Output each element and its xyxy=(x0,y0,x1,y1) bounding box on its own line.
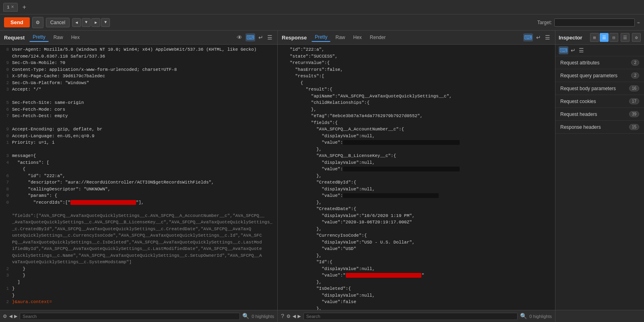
inspector-view-btn-1[interactable]: ⊞ xyxy=(590,33,599,42)
inspector-item-label-0: Request attributes xyxy=(560,60,599,66)
response-panel-header: Response Pretty Raw Hex Render ⌨ ↵ ☰ xyxy=(278,31,555,45)
bottom-forward-icon-left[interactable]: ▶ xyxy=(14,313,17,320)
bottom-nav-left: ◀ ▶ xyxy=(9,313,17,320)
response-title: Response xyxy=(282,35,307,41)
tab-add-button[interactable]: + xyxy=(20,3,29,12)
inspector-item-query-params[interactable]: Request query parameters 2 xyxy=(555,69,644,82)
request-tab-pretty[interactable]: Pretty xyxy=(29,33,48,42)
request-tab-raw[interactable]: Raw xyxy=(50,33,66,41)
inspector-item-badge-3: 17 xyxy=(629,98,639,104)
inspector-item-response-headers[interactable]: Response headers 15 xyxy=(555,121,644,134)
request-tab-hex[interactable]: Hex xyxy=(68,33,83,41)
response-wrap-icon[interactable]: ⌨ xyxy=(523,33,533,41)
response-tab-render[interactable]: Render xyxy=(367,33,389,41)
response-tab-hex[interactable]: Hex xyxy=(350,33,365,41)
inspector-secondary-toolbar: ⌨ ↵ ☰ xyxy=(555,45,644,56)
response-bottom-bar: ? ⚙ ◀ ▶ 🔍 0 highlights xyxy=(278,310,555,322)
inspector-item-label-5: Response headers xyxy=(560,124,601,130)
inspector-list-btn[interactable]: ☰ xyxy=(621,33,630,42)
inspector-settings-btn[interactable]: ⚙ xyxy=(632,33,641,42)
request-toolbar-icons: 👁 ⌨ ↵ ☰ xyxy=(236,33,273,41)
inspector-item-badge-0: 2 xyxy=(631,60,639,66)
nav-next-dropdown[interactable]: ▼ xyxy=(101,18,110,27)
tab-1-label: 1 xyxy=(7,5,10,10)
bottom-help-icon-right[interactable]: ? xyxy=(281,313,284,320)
inspector-item-badge-5: 15 xyxy=(629,124,639,130)
nav-prev-button[interactable]: ◀ xyxy=(72,18,81,27)
request-wrap-icon[interactable]: ⌨ xyxy=(246,33,255,41)
gear-button[interactable]: ⚙ xyxy=(32,17,43,28)
inspector-view-btn-2[interactable]: ☰ xyxy=(600,33,609,42)
request-bottom-bar: ⚙ ◀ ▶ 🔍 0 highlights xyxy=(0,310,278,322)
inspector-item-request-headers[interactable]: Request headers 39 xyxy=(555,108,644,121)
search-icon-right[interactable]: 🔍 xyxy=(520,313,527,320)
inspector-item-label-1: Request query parameters xyxy=(560,73,617,78)
target-label: Target: xyxy=(537,20,552,25)
response-toolbar-icons: ⌨ ↵ ☰ xyxy=(523,33,551,41)
target-input[interactable] xyxy=(554,19,635,27)
inspector-item-body-params[interactable]: Request body parameters 16 xyxy=(555,82,644,95)
inspector-item-label-2: Request body parameters xyxy=(560,86,616,91)
main-area: Request Pretty Raw Hex 👁 ⌨ ↵ ☰ 8User-Age… xyxy=(0,31,644,310)
response-search-input[interactable] xyxy=(303,313,518,320)
inspector-toolbar: Inspector ⊞ ☰ ⊟ ☰ ⚙ xyxy=(555,31,644,45)
request-panel-header: Request Pretty Raw Hex 👁 ⌨ ↵ ☰ xyxy=(0,31,277,45)
send-button[interactable]: Send xyxy=(4,17,30,27)
request-menu-icon[interactable]: ☰ xyxy=(266,33,273,41)
request-panel: Request Pretty Raw Hex 👁 ⌨ ↵ ☰ 8User-Age… xyxy=(0,31,278,310)
bottom-settings-icon-right[interactable]: ⚙ xyxy=(287,313,290,320)
inspector-ln-icon[interactable]: ↵ xyxy=(570,46,576,54)
bottom-nav-right: ◀ ▶ xyxy=(293,313,301,320)
request-code-area[interactable]: 8User-Agent: Mozilla/5.0 (Windows NT 10.… xyxy=(0,45,277,310)
tab-1-close[interactable]: × xyxy=(11,4,14,10)
nav-next-button[interactable]: ▶ xyxy=(91,18,100,27)
toolbar: Send ⚙ Cancel ◀ ▼ ▶ ▼ Target: ✏ xyxy=(0,14,644,31)
response-code-area[interactable]: "id":"222:a", "state":"SUCCESS", "return… xyxy=(278,45,555,310)
cancel-button[interactable]: Cancel xyxy=(46,18,70,27)
request-title: Request xyxy=(4,35,25,41)
response-panel: Response Pretty Raw Hex Render ⌨ ↵ ☰ "id… xyxy=(278,31,555,310)
tab-1[interactable]: 1 × xyxy=(3,3,18,12)
bottom-forward-icon-right[interactable]: ▶ xyxy=(297,313,301,320)
bottom-back-icon-left[interactable]: ◀ xyxy=(9,313,12,320)
bottom-bars: ⚙ ◀ ▶ 🔍 0 highlights ? ⚙ ◀ ▶ 🔍 0 highlig… xyxy=(0,310,644,322)
inspector-view-btn-3[interactable]: ⊟ xyxy=(609,33,618,42)
search-icon-left[interactable]: 🔍 xyxy=(242,313,249,320)
bottom-settings-icon-left[interactable]: ⚙ xyxy=(3,313,6,320)
request-eye-icon[interactable]: 👁 xyxy=(236,33,243,41)
inspector-item-cookies[interactable]: Request cookies 17 xyxy=(555,95,644,108)
request-ln-icon[interactable]: ↵ xyxy=(258,33,264,41)
request-search-input[interactable] xyxy=(20,313,240,320)
response-ln-icon[interactable]: ↵ xyxy=(535,33,542,41)
inspector-title: Inspector xyxy=(559,35,588,41)
inspector-item-label-4: Request headers xyxy=(560,111,597,117)
bottom-back-icon-right[interactable]: ◀ xyxy=(293,313,296,320)
inspector-item-badge-2: 16 xyxy=(629,85,639,91)
inspector-item-badge-1: 2 xyxy=(631,72,639,78)
response-tab-pretty[interactable]: Pretty xyxy=(312,33,330,42)
inspector-wrap-icon[interactable]: ⌨ xyxy=(559,46,568,54)
inspector-items-list: Request attributes 2 Request query param… xyxy=(555,56,644,310)
nav-prev-dropdown[interactable]: ▼ xyxy=(82,18,91,27)
request-highlights-count: 0 highlights xyxy=(252,314,274,319)
tab-bar: 1 × + xyxy=(0,0,644,14)
inspector-view-toggle: ⊞ ☰ ⊟ xyxy=(590,33,618,42)
inspector-item-request-attributes[interactable]: Request attributes 2 xyxy=(555,56,644,69)
inspector-item-label-3: Request cookies xyxy=(560,99,596,104)
target-edit-icon[interactable]: ✏ xyxy=(637,20,640,25)
inspector-item-badge-4: 39 xyxy=(629,111,639,117)
inspector-menu-icon[interactable]: ☰ xyxy=(578,46,585,54)
response-highlights-count: 0 highlights xyxy=(529,314,552,319)
nav-buttons: ◀ ▼ ▶ ▼ xyxy=(72,18,110,27)
response-menu-icon[interactable]: ☰ xyxy=(544,33,551,41)
response-tab-raw[interactable]: Raw xyxy=(332,33,348,41)
inspector-panel: Inspector ⊞ ☰ ⊟ ☰ ⚙ ⌨ ↵ ☰ Request attrib… xyxy=(555,31,644,310)
inspector-bottom-bar xyxy=(555,310,644,322)
